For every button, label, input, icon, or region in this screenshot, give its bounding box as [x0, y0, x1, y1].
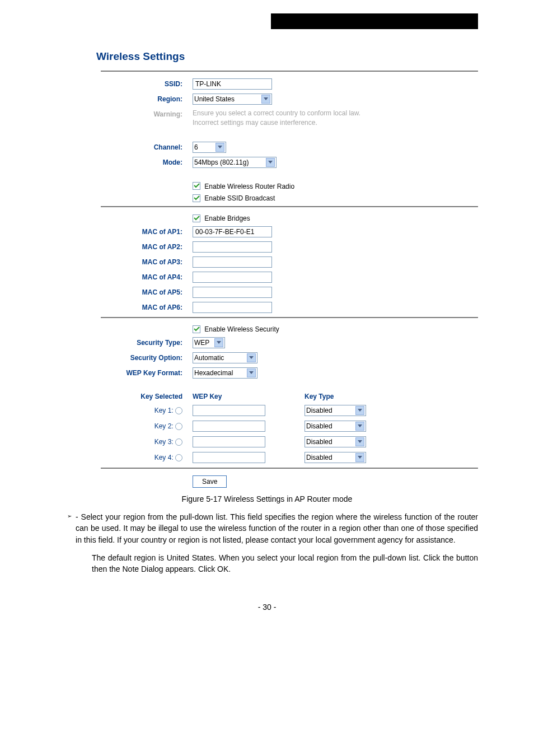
ssid-label: SSID: — [56, 78, 193, 88]
channel-label: Channel: — [56, 142, 193, 151]
keytype-header: Key Type — [305, 393, 383, 400]
key1-radio[interactable] — [175, 407, 182, 414]
default-region-text: The default region is United States. Whe… — [92, 552, 478, 575]
warning-label: Warning: — [56, 109, 193, 118]
chevron-down-icon — [247, 368, 256, 377]
key2-input[interactable] — [193, 421, 265, 432]
mac-ap1-label: MAC of AP1: — [56, 226, 193, 236]
mac-ap6-input[interactable] — [193, 302, 272, 313]
security-option-select[interactable]: Automatic — [193, 352, 257, 363]
mac-ap5-label: MAC of AP5: — [56, 287, 193, 296]
key2-type-select[interactable]: Disabled — [305, 421, 366, 432]
mac-ap2-input[interactable] — [193, 241, 272, 253]
enable-bridges-label: Enable Bridges — [204, 214, 250, 222]
figure-caption: Figure 5-17 Wireless Settings in AP Rout… — [56, 494, 478, 503]
mac-ap3-label: MAC of AP3: — [56, 256, 193, 266]
header-black-bar — [271, 13, 478, 29]
key3-input[interactable] — [193, 436, 265, 447]
key3-label: Key 3: — [154, 438, 174, 446]
mode-value: 54Mbps (802.11g) — [194, 158, 249, 166]
enable-radio-checkbox[interactable] — [193, 182, 200, 190]
mac-ap5-input[interactable] — [193, 287, 272, 298]
mode-label: Mode: — [56, 157, 193, 166]
panel-title: Wireless Settings — [96, 50, 478, 63]
security-option-label: Security Option: — [56, 352, 193, 362]
warning-line2: Incorrect settings may cause interferenc… — [193, 118, 478, 128]
wep-format-label: WEP Key Format: — [56, 367, 193, 377]
key1-label: Key 1: — [154, 407, 174, 414]
key4-type-select[interactable]: Disabled — [305, 452, 366, 463]
key1-type-select[interactable]: Disabled — [305, 405, 366, 416]
channel-value: 6 — [194, 143, 198, 151]
key-selected-header: Key Selected — [56, 393, 193, 400]
chevron-down-icon — [216, 143, 224, 152]
page-number: - 30 - — [56, 603, 478, 612]
enable-ssid-checkbox[interactable] — [193, 194, 200, 202]
chevron-down-icon — [355, 437, 364, 446]
chevron-down-icon — [266, 158, 275, 167]
key4-radio[interactable] — [175, 454, 182, 461]
mac-ap4-label: MAC of AP4: — [56, 272, 193, 281]
region-help-text: - Select your region from the pull-down … — [76, 511, 478, 545]
ssid-input[interactable] — [193, 78, 272, 90]
key2-radio[interactable] — [175, 423, 182, 430]
security-type-select[interactable]: WEP — [193, 337, 225, 348]
mac-ap4-input[interactable] — [193, 272, 272, 283]
mode-select[interactable]: 54Mbps (802.11g) — [193, 157, 277, 168]
separator — [101, 317, 478, 318]
key3-type-select[interactable]: Disabled — [305, 436, 366, 447]
chevron-down-icon — [355, 453, 364, 462]
wepkey-header: WEP Key — [193, 393, 305, 400]
enable-bridges-checkbox[interactable] — [193, 214, 200, 222]
separator — [101, 468, 478, 469]
bullet-icon: ➢ — [56, 511, 76, 519]
channel-select[interactable]: 6 — [193, 142, 226, 153]
key3-radio[interactable] — [175, 438, 182, 446]
enable-ssid-label: Enable SSID Broadcast — [204, 194, 275, 202]
separator — [101, 206, 478, 207]
enable-security-label: Enable Wireless Security — [204, 325, 279, 333]
region-select[interactable]: United States — [193, 94, 272, 105]
wep-format-select[interactable]: Hexadecimal — [193, 367, 257, 379]
chevron-down-icon — [355, 406, 364, 415]
enable-radio-label: Enable Wireless Router Radio — [204, 182, 294, 190]
security-type-label: Security Type: — [56, 337, 193, 347]
mac-ap6-label: MAC of AP6: — [56, 302, 193, 311]
chevron-down-icon — [355, 422, 364, 431]
chevron-down-icon — [261, 95, 270, 104]
save-button[interactable]: Save — [193, 475, 227, 488]
mac-ap1-input[interactable] — [193, 226, 272, 237]
key4-input[interactable] — [193, 452, 265, 463]
key1-input[interactable] — [193, 405, 265, 416]
region-label: Region: — [56, 94, 193, 103]
key2-label: Key 2: — [154, 422, 174, 430]
region-value: United States — [194, 95, 235, 103]
chevron-down-icon — [247, 353, 256, 362]
mac-ap3-input[interactable] — [193, 256, 272, 268]
key4-label: Key 4: — [154, 454, 174, 461]
warning-line1: Ensure you select a correct country to c… — [193, 109, 478, 118]
chevron-down-icon — [214, 338, 223, 347]
separator — [101, 71, 478, 72]
enable-security-checkbox[interactable] — [193, 325, 200, 333]
mac-ap2-label: MAC of AP2: — [56, 241, 193, 251]
